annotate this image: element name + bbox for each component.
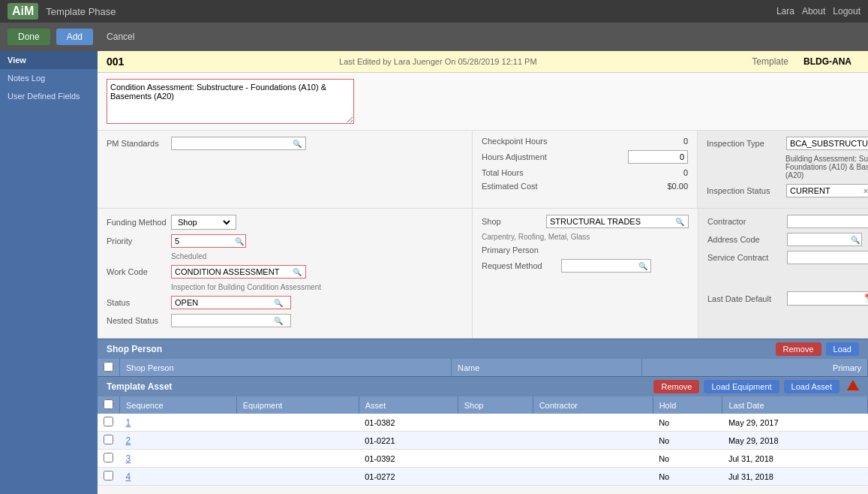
seq-link-0[interactable]: 1 [126, 417, 131, 428]
shop-person-remove-button[interactable]: Remove [776, 342, 821, 356]
last-date-input-wrapper[interactable]: 📅 [787, 291, 868, 306]
address-code-input[interactable] [791, 235, 849, 244]
equipment-cell-0 [236, 414, 359, 432]
last-date-input[interactable] [791, 294, 863, 303]
shop-search-icon[interactable]: 🔍 [675, 218, 684, 226]
checkpoint-hours-row: Checkpoint Hours 0 [482, 137, 688, 146]
sidebar-item-udf[interactable]: User Defined Fields [0, 87, 98, 105]
row-checkbox-0[interactable] [104, 417, 113, 426]
load-equipment-button[interactable]: Load Equipment [704, 380, 779, 393]
shop-person-load-button[interactable]: Load [826, 342, 859, 356]
status-input-wrapper[interactable]: 🔍 [171, 296, 291, 309]
request-method-row: Request Method 🔍 [482, 259, 689, 273]
add-button[interactable]: Add [56, 29, 93, 45]
inspection-status-input-wrapper[interactable]: ✕ 🔍 [786, 184, 868, 197]
estimated-cost-value: $0.00 [643, 182, 688, 191]
top-form-section: PM Standards 🔍 Checkpoint Hours 0 Hours … [98, 131, 868, 209]
row-checkbox-1[interactable] [104, 435, 113, 444]
about-link[interactable]: About [802, 6, 825, 17]
funding-method-select-wrapper[interactable]: Shop Work Order [171, 215, 236, 230]
inspection-status-clear-icon[interactable]: ✕ [863, 187, 868, 195]
shop-input[interactable] [550, 217, 674, 226]
primary-person-label: Primary Person [482, 245, 557, 255]
asset-col-contractor: Contractor [533, 396, 653, 414]
nested-status-input[interactable] [175, 316, 272, 325]
status-label: Status [107, 298, 167, 307]
sidebar-item-notes-log[interactable]: Notes Log [0, 69, 98, 87]
asset-cell-2: 01-0392 [359, 450, 458, 468]
workcode-row: Work Code 🔍 [107, 265, 463, 279]
row-checkbox-3[interactable] [104, 471, 113, 480]
load-asset-button[interactable]: Load Asset [784, 380, 839, 393]
calendar-icon[interactable]: 📅 [864, 294, 868, 303]
total-hours-value: 0 [643, 168, 688, 177]
inspection-status-input[interactable] [790, 186, 861, 195]
row-checkbox-2[interactable] [104, 453, 113, 462]
workcode-search-icon[interactable]: 🔍 [293, 268, 302, 276]
seq-link-2[interactable]: 3 [126, 453, 131, 464]
shop-cell-1 [458, 432, 533, 450]
asset-col-asset: Asset [359, 396, 458, 414]
asset-col-sequence: Sequence [120, 396, 237, 414]
hold-cell-3: No [653, 468, 722, 486]
request-method-input[interactable] [565, 261, 637, 270]
seq-link-1[interactable]: 2 [126, 435, 131, 446]
workcode-input[interactable] [175, 267, 291, 276]
pm-standards-col: PM Standards 🔍 [98, 131, 473, 208]
status-row: Status 🔍 [107, 296, 463, 309]
hours-adjustment-input[interactable] [632, 152, 684, 161]
inspection-type-input[interactable] [790, 139, 868, 148]
equipment-cell-1 [236, 432, 359, 450]
address-code-search-icon[interactable]: 🔍 [851, 236, 860, 244]
shop-input-wrapper[interactable]: 🔍 [546, 215, 689, 228]
template-asset-section: Template Asset Remove Load Equipment Loa… [98, 376, 868, 486]
hold-cell-1: No [653, 432, 722, 450]
shop-person-title: Shop Person [107, 344, 162, 354]
asset-select-all[interactable] [104, 399, 113, 409]
cancel-button[interactable]: Cancel [99, 29, 142, 45]
request-method-label: Request Method [482, 261, 557, 270]
contractor-input-wrapper[interactable]: 🔍 [787, 215, 868, 228]
inspection-type-input-wrapper[interactable]: 🔍 [786, 137, 868, 150]
service-contract-input[interactable] [791, 253, 868, 262]
nested-status-search-icon[interactable]: 🔍 [274, 317, 283, 325]
description-textarea[interactable] [107, 79, 354, 124]
nested-status-input-wrapper[interactable]: 🔍 [171, 314, 291, 327]
status-search-icon[interactable]: 🔍 [274, 299, 283, 307]
workcode-input-wrapper[interactable]: 🔍 [171, 265, 306, 279]
shop-person-section: Shop Person Remove Load Shop Person Name… [98, 339, 868, 376]
contractor-input[interactable] [791, 217, 868, 226]
pm-standards-input[interactable] [175, 139, 291, 148]
inspection-status-row: Inspection Status ✕ 🔍 [707, 184, 868, 197]
funding-method-select[interactable]: Shop Work Order [175, 217, 233, 227]
inspection-col: Inspection Type 🔍 Building Assessment: S… [698, 131, 868, 208]
second-form-section: Funding Method Shop Work Order Priority … [98, 209, 868, 339]
request-method-input-wrapper[interactable]: 🔍 [561, 259, 651, 273]
service-contract-input-wrapper[interactable]: 🔍 [787, 251, 868, 264]
funding-method-row: Funding Method Shop Work Order [107, 215, 463, 230]
shop-person-col-name: Name [451, 359, 641, 376]
template-asset-remove-button[interactable]: Remove [653, 380, 699, 393]
seq-link-3[interactable]: 4 [126, 471, 131, 482]
priority-input-wrapper[interactable]: 🔍 [171, 234, 246, 248]
address-code-input-wrapper[interactable]: 🔍 [787, 233, 862, 246]
contractor-label: Contractor [707, 217, 782, 226]
pm-standards-search-icon[interactable]: 🔍 [293, 140, 302, 148]
nested-status-label: Nested Status [107, 316, 167, 325]
equipment-cell-2 [236, 450, 359, 468]
shop-person-select-all[interactable] [104, 362, 113, 372]
priority-input[interactable] [175, 236, 233, 245]
last-date-label: Last Date Default [707, 294, 782, 303]
inspection-type-description: Building Assessment: Substructure - Foun… [785, 155, 868, 179]
request-method-search-icon[interactable]: 🔍 [638, 262, 647, 270]
last-date-cell-3: Jul 31, 2018 [722, 468, 868, 486]
last-edited-text: Last Edited by Lara Juenger On 05/28/201… [339, 57, 537, 66]
status-input[interactable] [175, 298, 272, 307]
pm-standards-input-wrapper[interactable]: 🔍 [171, 137, 306, 150]
priority-search-icon[interactable]: 🔍 [235, 237, 244, 245]
contractor-col: Contractor 🔍 Address Code 🔍 Service Cont… [698, 209, 868, 338]
total-hours-label: Total Hours [482, 168, 572, 177]
hours-adjustment-input-wrapper[interactable] [628, 150, 688, 164]
done-button[interactable]: Done [8, 29, 50, 45]
logout-link[interactable]: Logout [833, 6, 860, 17]
